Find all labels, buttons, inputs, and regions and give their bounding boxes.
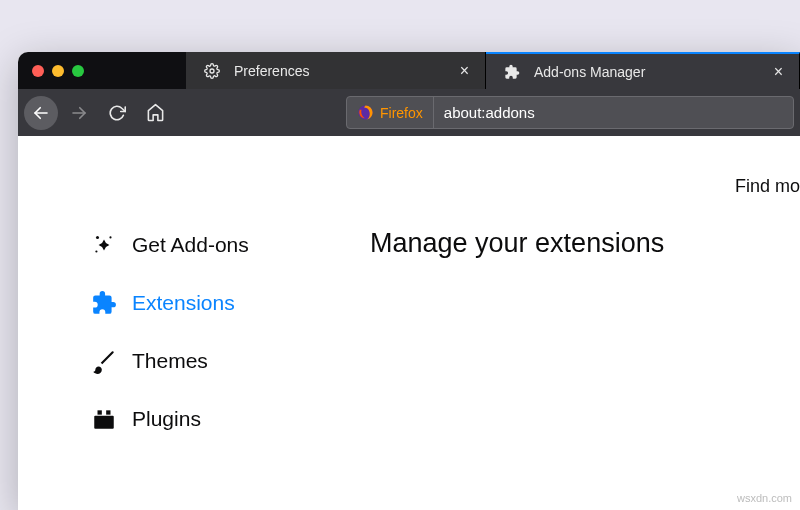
home-button[interactable] <box>138 96 172 130</box>
urlbar-address: about:addons <box>434 104 545 121</box>
reload-button[interactable] <box>100 96 134 130</box>
sidebar-item-extensions[interactable]: Extensions <box>90 274 328 332</box>
svg-point-4 <box>96 236 99 239</box>
brush-icon <box>90 348 118 374</box>
urlbar-identity[interactable]: Firefox <box>347 97 434 128</box>
sidebar-item-label: Extensions <box>132 291 235 315</box>
back-button[interactable] <box>24 96 58 130</box>
find-more-link[interactable]: Find mo <box>735 176 800 197</box>
sidebar-item-themes[interactable]: Themes <box>90 332 328 390</box>
urlbar-brand-label: Firefox <box>380 105 423 121</box>
watermark: wsxdn.com <box>737 492 792 504</box>
svg-point-5 <box>109 236 111 238</box>
plugin-icon <box>90 406 118 432</box>
close-window-button[interactable] <box>32 65 44 77</box>
puzzle-icon <box>498 64 526 80</box>
tab-close-button[interactable]: × <box>770 61 787 83</box>
main-panel: Manage your extensions <box>328 136 800 510</box>
sidebar-item-label: Themes <box>132 349 208 373</box>
url-bar[interactable]: Firefox about:addons <box>346 96 794 129</box>
svg-rect-8 <box>98 410 102 414</box>
forward-button[interactable] <box>62 96 96 130</box>
sidebar-item-get-addons[interactable]: Get Add-ons <box>90 216 328 274</box>
sidebar-item-label: Plugins <box>132 407 201 431</box>
page-content: Find mo Get Add-ons Extensions Themes <box>18 136 800 510</box>
tab-label: Add-ons Manager <box>534 64 645 80</box>
browser-window: Preferences × Add-ons Manager × <box>18 52 800 510</box>
gear-icon <box>198 63 226 79</box>
tab-addons-manager[interactable]: Add-ons Manager × <box>486 52 800 89</box>
tab-close-button[interactable]: × <box>456 60 473 82</box>
puzzle-icon <box>90 290 118 316</box>
firefox-icon <box>357 104 374 121</box>
svg-point-0 <box>210 69 214 73</box>
zoom-window-button[interactable] <box>72 65 84 77</box>
svg-point-6 <box>95 250 97 252</box>
tab-preferences[interactable]: Preferences × <box>186 52 486 89</box>
titlebar: Preferences × Add-ons Manager × <box>18 52 800 89</box>
window-controls <box>18 52 186 89</box>
sidebar-item-plugins[interactable]: Plugins <box>90 390 328 448</box>
minimize-window-button[interactable] <box>52 65 64 77</box>
sparkle-icon <box>90 232 118 258</box>
sidebar-item-label: Get Add-ons <box>132 233 249 257</box>
svg-rect-7 <box>94 416 114 429</box>
nav-toolbar: Firefox about:addons <box>18 89 800 136</box>
page-heading: Manage your extensions <box>370 228 800 259</box>
svg-rect-9 <box>106 410 110 414</box>
tab-label: Preferences <box>234 63 309 79</box>
category-sidebar: Get Add-ons Extensions Themes Plugins <box>18 136 328 510</box>
